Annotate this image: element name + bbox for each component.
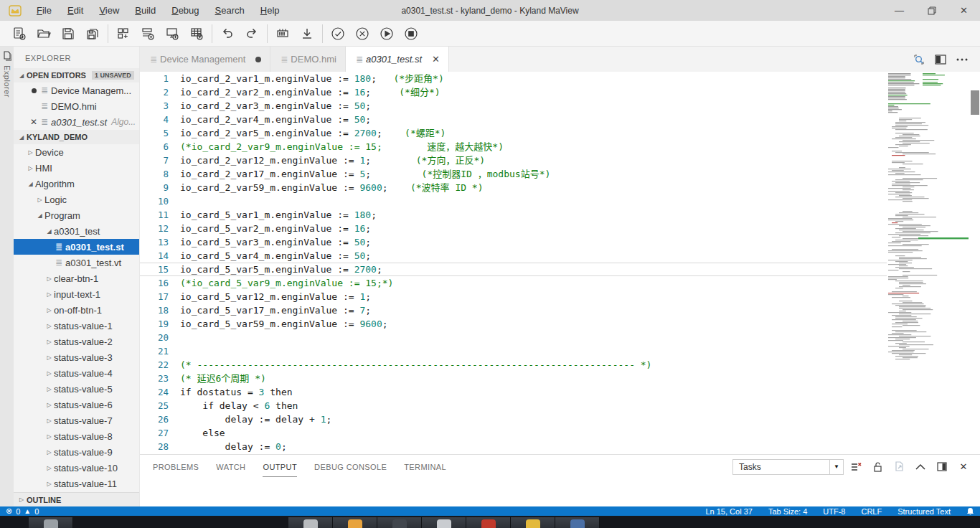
open-editor-item[interactable]: ≣DEMO.hmi — [14, 98, 139, 114]
menu-file[interactable]: File — [29, 0, 60, 21]
code-line[interactable]: 17io_card_5_var12_m.enginValue := 1; — [140, 290, 887, 303]
panel-tab-watch[interactable]: WATCH — [216, 456, 245, 477]
tree-item-status-value-10[interactable]: ▷status-value-10 — [14, 460, 139, 476]
more-actions-button[interactable] — [951, 49, 973, 70]
save-all-button[interactable] — [80, 23, 105, 44]
minimap[interactable] — [887, 72, 970, 454]
panel-tab-debug-console[interactable]: DEBUG CONSOLE — [314, 456, 387, 477]
new-device-button[interactable] — [136, 23, 160, 44]
close-editor-icon[interactable]: ✕ — [28, 117, 39, 127]
open-editors-header[interactable]: ◢ OPEN EDITORS 1 UNSAVED — [14, 68, 139, 82]
tree-item-a0301_test[interactable]: ◢a0301_test — [14, 223, 139, 239]
code-line[interactable]: 5io_card_2_var5_m.enginValue := 2700; (*… — [140, 126, 887, 140]
code-line[interactable]: 6(*io_card_2_var9_m.enginValue := 15; 速度… — [140, 140, 887, 154]
errors-count[interactable]: 0 — [16, 507, 20, 516]
code-line[interactable]: 20 — [140, 331, 887, 344]
panel-tab-output[interactable]: OUTPUT — [263, 456, 297, 477]
menu-build[interactable]: Build — [127, 0, 164, 21]
tab-demo-hmi[interactable]: ≣ DEMO.hmi — [270, 47, 346, 72]
tree-item-status-value-3[interactable]: ▷status-value-3 — [14, 349, 139, 365]
code-line[interactable]: 11io_card_5_var1_m.enginValue := 180; — [140, 208, 887, 222]
code-line[interactable]: 2io_card_2_var2_m.enginValue := 16; (*细分… — [140, 85, 887, 99]
download-device-button[interactable] — [270, 23, 295, 44]
code-line[interactable]: 19io_card_5_var59_m.enginValue := 9600; — [140, 317, 887, 331]
tree-item-status-value-6[interactable]: ▷status-value-6 — [14, 397, 139, 412]
code-line[interactable]: 22(* -----------------------------------… — [140, 358, 887, 372]
project-header[interactable]: ◢ KYLAND_DEMO — [14, 130, 139, 144]
tree-item-input-text-1[interactable]: ▷input-text-1 — [14, 286, 139, 302]
tree-item-clear-btn-1[interactable]: ▷clear-btn-1 — [14, 270, 139, 286]
tab-a0301-test-st[interactable]: ≣ a0301_test.st ✕ — [346, 47, 449, 72]
code-area[interactable]: 1io_card_2_var1_m.enginValue := 180; (*步… — [140, 72, 887, 454]
tree-item-status-value-7[interactable]: ▷status-value-7 — [14, 412, 139, 428]
new-hmi-button[interactable] — [160, 23, 184, 44]
code-line[interactable]: 23(* 延迟6个周期 *) — [140, 372, 887, 385]
panel-layout-button[interactable] — [933, 458, 951, 476]
tree-item-algorithm[interactable]: ◢Algorithm — [14, 176, 139, 192]
maximize-panel-button[interactable] — [911, 458, 930, 476]
menu-view[interactable]: View — [91, 0, 127, 21]
run-button[interactable] — [374, 23, 399, 44]
save-button[interactable] — [56, 23, 80, 44]
code-line[interactable]: 1io_card_2_var1_m.enginValue := 180; (*步… — [140, 72, 887, 85]
code-line[interactable]: 7io_card_2_var12_m.enginValue := 1; (*方向… — [140, 154, 887, 167]
code-line[interactable]: 25 if delay < 6 then — [140, 399, 887, 412]
tree-item-a0301_test.vt[interactable]: ≣a0301_test.vt — [14, 255, 139, 270]
menu-edit[interactable]: Edit — [60, 0, 91, 21]
code-line[interactable]: 12io_card_5_var2_m.enginValue := 16; — [140, 222, 887, 235]
redo-button[interactable] — [240, 23, 264, 44]
modified-dot-icon[interactable] — [255, 57, 261, 62]
language-mode[interactable]: Structured Text — [897, 507, 951, 516]
encoding[interactable]: UTF-8 — [823, 507, 845, 516]
minimize-button[interactable]: — — [883, 0, 915, 21]
code-line[interactable]: 13io_card_5_var3_m.enginValue := 50; — [140, 235, 887, 249]
menu-search[interactable]: Search — [207, 0, 253, 21]
errors-icon[interactable]: ⊗ — [6, 506, 12, 516]
compile-cancel-button[interactable] — [350, 23, 374, 44]
code-line[interactable]: 10 — [140, 194, 887, 208]
open-editor-item[interactable]: ✕≣a0301_test.stAlgo... — [14, 114, 139, 130]
taskbar-app6-button[interactable] — [511, 517, 555, 528]
warnings-icon[interactable]: ▲ — [24, 507, 31, 515]
menu-debug[interactable]: Debug — [164, 0, 207, 21]
tree-item-status-value-5[interactable]: ▷status-value-5 — [14, 381, 139, 397]
cursor-position[interactable]: Ln 15, Col 37 — [705, 507, 752, 516]
tree-item-hmi[interactable]: ▷HMI — [14, 160, 139, 176]
tab-size[interactable]: Tab Size: 4 — [768, 507, 807, 516]
new-table-button[interactable] — [184, 23, 209, 44]
split-editor-button[interactable] — [930, 49, 951, 70]
code-line[interactable]: 8io_card_2_var17_m.enginValue := 5; (*控制… — [140, 167, 887, 181]
tree-item-status-value-9[interactable]: ▷status-value-9 — [14, 444, 139, 460]
taskbar-app7-button[interactable] — [555, 517, 600, 528]
tab-close-icon[interactable]: ✕ — [432, 54, 440, 65]
restore-button[interactable] — [915, 0, 948, 21]
output-channel-select[interactable]: Tasks ▼ — [732, 459, 844, 475]
taskbar-start-button[interactable] — [29, 517, 73, 528]
taskbar-app1-button[interactable] — [288, 517, 333, 528]
tree-item-status-value-2[interactable]: ▷status-value-2 — [14, 334, 139, 349]
explorer-files-icon[interactable] — [2, 51, 11, 61]
close-button[interactable]: ✕ — [948, 0, 980, 21]
tree-item-status-value-11[interactable]: ▷status-value-11 — [14, 476, 139, 491]
undo-button[interactable] — [215, 23, 240, 44]
tree-item-program[interactable]: ◢Program — [14, 207, 139, 223]
download-button[interactable] — [295, 23, 319, 44]
code-line[interactable]: 24if dostatus = 3 then — [140, 385, 887, 399]
tree-item-status-value-4[interactable]: ▷status-value-4 — [14, 365, 139, 381]
code-line[interactable]: 28 delay := 0; — [140, 440, 887, 453]
warnings-count[interactable]: 0 — [34, 507, 39, 516]
panel-tab-problems[interactable]: PROBLEMS — [153, 456, 199, 477]
scrollbar-thumb[interactable] — [971, 90, 979, 115]
compile-check-button[interactable] — [326, 23, 350, 44]
notifications-bell-icon[interactable] — [966, 507, 974, 516]
tree-item-on-off-btn-1[interactable]: ▷on-off-btn-1 — [14, 302, 139, 318]
taskbar-app3-button[interactable] — [377, 517, 422, 528]
code-line[interactable]: 9io_card_2_var59_m.enginValue := 9600; (… — [140, 181, 887, 194]
code-line[interactable]: 16(*io_card_5_var9_m.enginValue := 15;*) — [140, 276, 887, 290]
code-line[interactable]: 26 delay := delay + 1; — [140, 412, 887, 426]
panel-tab-terminal[interactable]: TERMINAL — [404, 456, 446, 477]
taskbar-app5-button[interactable] — [466, 517, 511, 528]
new-file-button[interactable] — [7, 23, 32, 44]
stop-button[interactable] — [399, 23, 423, 44]
tree-item-logic[interactable]: ▷Logic — [14, 192, 139, 207]
